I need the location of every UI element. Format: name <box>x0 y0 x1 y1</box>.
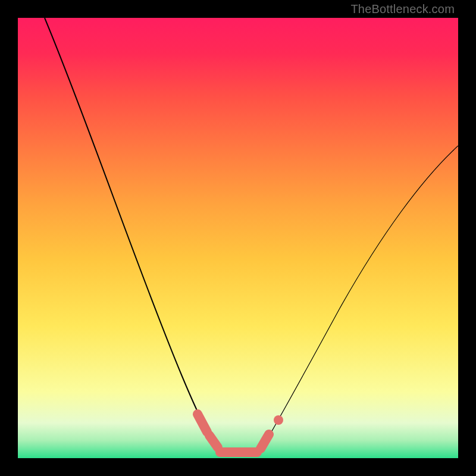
highlight-segment-left-1 <box>198 414 207 432</box>
curve-right-branch <box>267 146 458 440</box>
highlight-dot <box>274 415 283 425</box>
highlight-segment-right <box>261 434 269 449</box>
chart-frame: TheBottleneck.com <box>0 0 476 476</box>
plot-area <box>18 18 458 458</box>
highlight-segment-left-2 <box>209 436 218 447</box>
watermark-text: TheBottleneck.com <box>350 2 455 16</box>
curve-layer <box>18 18 458 458</box>
curve-left-branch <box>45 18 209 436</box>
